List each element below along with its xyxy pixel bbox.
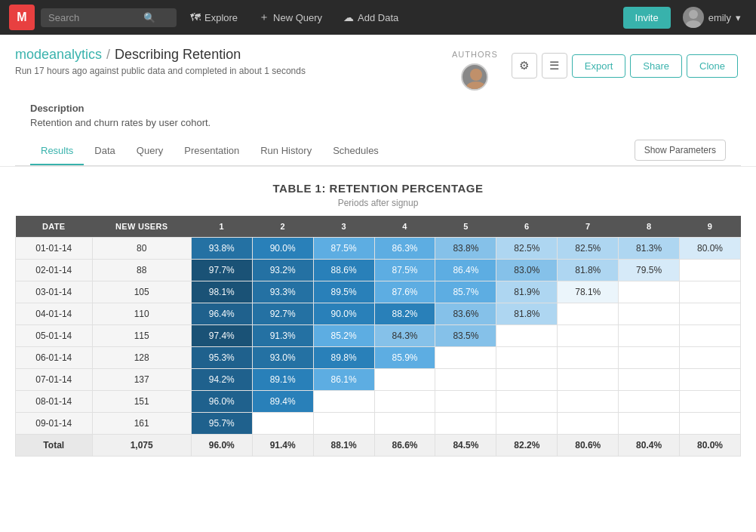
cell-period-7 bbox=[558, 391, 619, 413]
cell-period-9 bbox=[680, 413, 741, 435]
cell-period-5: 83.6% bbox=[435, 303, 496, 325]
cell-total-period-1: 96.0% bbox=[191, 435, 252, 457]
breadcrumb: modeanalytics / Describing Retention bbox=[15, 47, 452, 63]
cell-date: 05-01-14 bbox=[16, 325, 93, 347]
cell-date: 01-01-14 bbox=[16, 238, 93, 260]
new-query-label: New Query bbox=[273, 12, 322, 23]
search-icon: 🔍 bbox=[143, 12, 155, 23]
cell-period-5: 83.8% bbox=[435, 238, 496, 260]
description-section: Description Retention and churn rates by… bbox=[15, 91, 741, 128]
cell-period-4 bbox=[374, 391, 435, 413]
cell-total-period-5: 84.5% bbox=[435, 435, 496, 457]
tab-results[interactable]: Results bbox=[30, 137, 84, 165]
search-box[interactable]: 🔍 bbox=[41, 8, 177, 27]
svg-point-3 bbox=[466, 81, 486, 91]
breadcrumb-separator: / bbox=[106, 47, 110, 63]
action-buttons: ⚙ ☰ Export Share Clone bbox=[512, 53, 738, 78]
col-header-1: 1 bbox=[191, 216, 252, 238]
cell-period-5: 83.5% bbox=[435, 325, 496, 347]
col-header-new-users: NEW USERS bbox=[92, 216, 191, 238]
cell-period-6 bbox=[496, 325, 558, 347]
cell-period-3: 85.2% bbox=[313, 325, 374, 347]
cell-period-4: 87.5% bbox=[374, 260, 435, 281]
new-query-nav-item[interactable]: ＋ New Query bbox=[251, 6, 330, 29]
cell-period-6 bbox=[496, 347, 558, 369]
cell-period-6: 83.0% bbox=[496, 260, 558, 281]
logo[interactable]: M bbox=[9, 5, 35, 30]
cell-period-4: 84.3% bbox=[374, 325, 435, 347]
add-data-label: Add Data bbox=[358, 12, 398, 23]
org-link[interactable]: modeanalytics bbox=[15, 47, 102, 63]
cell-total-users: 1,075 bbox=[92, 435, 191, 457]
cell-new-users: 105 bbox=[92, 281, 191, 303]
run-info: Run 17 hours ago against public data and… bbox=[15, 66, 452, 76]
cell-total-period-8: 80.4% bbox=[619, 435, 680, 457]
cell-period-9 bbox=[680, 303, 741, 325]
col-header-9: 9 bbox=[680, 216, 741, 238]
col-header-4: 4 bbox=[374, 216, 435, 238]
cell-period-5 bbox=[435, 391, 496, 413]
explore-nav-item[interactable]: 🗺 Explore bbox=[183, 7, 245, 28]
table-header-row: DATE NEW USERS 1 2 3 4 5 6 7 8 9 bbox=[16, 216, 741, 238]
table-row: 09-01-1416195.7% bbox=[16, 413, 741, 435]
svg-point-0 bbox=[689, 10, 698, 19]
cell-period-8 bbox=[619, 303, 680, 325]
cell-date: 04-01-14 bbox=[16, 303, 93, 325]
table-row: 02-01-148897.7%93.2%88.6%87.5%86.4%83.0%… bbox=[16, 260, 741, 281]
user-menu[interactable]: emily ▾ bbox=[677, 4, 747, 31]
add-data-nav-item[interactable]: ☁ Add Data bbox=[336, 7, 406, 28]
page-header: modeanalytics / Describing Retention Run… bbox=[0, 35, 756, 167]
col-header-2: 2 bbox=[252, 216, 313, 238]
cell-period-5: 85.7% bbox=[435, 281, 496, 303]
tab-data[interactable]: Data bbox=[84, 137, 125, 165]
cell-new-users: 161 bbox=[92, 413, 191, 435]
filter-button[interactable]: ☰ bbox=[542, 53, 567, 78]
share-button[interactable]: Share bbox=[630, 54, 682, 78]
chevron-down-icon: ▾ bbox=[736, 12, 741, 23]
settings-button[interactable]: ⚙ bbox=[512, 53, 537, 78]
show-parameters-button[interactable]: Show Parameters bbox=[635, 140, 726, 161]
cell-new-users: 128 bbox=[92, 347, 191, 369]
cell-period-4: 85.9% bbox=[374, 347, 435, 369]
cell-total-period-2: 91.4% bbox=[252, 435, 313, 457]
cell-period-3: 87.5% bbox=[313, 238, 374, 260]
cell-period-7: 81.8% bbox=[558, 260, 619, 281]
tab-query[interactable]: Query bbox=[126, 137, 174, 165]
cell-period-1: 94.2% bbox=[191, 369, 252, 391]
cell-period-9 bbox=[680, 391, 741, 413]
cell-period-2 bbox=[252, 413, 313, 435]
cell-period-6 bbox=[496, 369, 558, 391]
cell-period-8: 81.3% bbox=[619, 238, 680, 260]
cell-period-8 bbox=[619, 413, 680, 435]
tab-presentation[interactable]: Presentation bbox=[174, 137, 250, 165]
table-row: 06-01-1412895.3%93.0%89.8%85.9% bbox=[16, 347, 741, 369]
export-button[interactable]: Export bbox=[572, 54, 626, 78]
invite-button[interactable]: Invite bbox=[623, 7, 671, 29]
tab-run-history[interactable]: Run History bbox=[250, 137, 322, 165]
cell-period-6 bbox=[496, 413, 558, 435]
cell-new-users: 80 bbox=[92, 238, 191, 260]
cell-period-1: 98.1% bbox=[191, 281, 252, 303]
col-header-6: 6 bbox=[496, 216, 558, 238]
col-header-date: DATE bbox=[16, 216, 93, 238]
table-total-row: Total1,07596.0%91.4%88.1%86.6%84.5%82.2%… bbox=[16, 435, 741, 457]
cell-period-1: 96.4% bbox=[191, 303, 252, 325]
cell-period-1: 97.4% bbox=[191, 325, 252, 347]
search-input[interactable] bbox=[48, 12, 139, 23]
cell-period-1: 95.7% bbox=[191, 413, 252, 435]
cell-period-1: 95.3% bbox=[191, 347, 252, 369]
cell-period-8 bbox=[619, 391, 680, 413]
description-text: Retention and churn rates by user cohort… bbox=[30, 117, 726, 128]
authors-label: AUTHORS bbox=[452, 50, 498, 59]
cell-period-2: 92.7% bbox=[252, 303, 313, 325]
cell-period-3: 88.6% bbox=[313, 260, 374, 281]
col-header-3: 3 bbox=[313, 216, 374, 238]
cell-period-7: 82.5% bbox=[558, 238, 619, 260]
tabs-list: Results Data Query Presentation Run Hist… bbox=[30, 137, 389, 165]
clone-button[interactable]: Clone bbox=[687, 54, 738, 78]
cell-period-8 bbox=[619, 369, 680, 391]
table-row: 05-01-1411597.4%91.3%85.2%84.3%83.5% bbox=[16, 325, 741, 347]
header-actions: modeanalytics / Describing Retention Run… bbox=[15, 47, 741, 91]
tab-schedules[interactable]: Schedules bbox=[322, 137, 389, 165]
cell-date: 03-01-14 bbox=[16, 281, 93, 303]
